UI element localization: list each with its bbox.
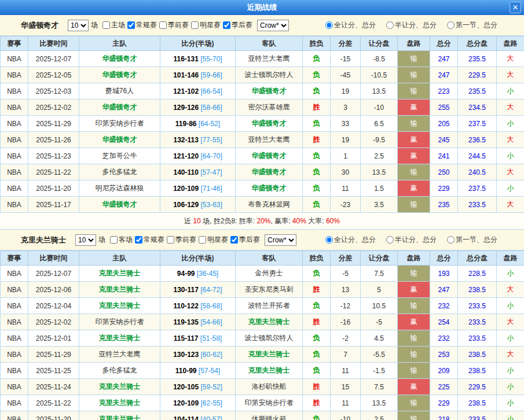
radio-input[interactable] (325, 236, 333, 244)
summary-segment: 场, 胜2负8: 胜率: (201, 217, 257, 225)
half-score: [64-70] (201, 152, 222, 160)
cell-score: 129-126 [58-66] (160, 100, 236, 116)
radio-input[interactable] (386, 21, 394, 29)
column-header: 让分盘 (361, 36, 398, 51)
radio-input[interactable] (386, 236, 394, 244)
checkbox-input[interactable] (191, 21, 199, 29)
column-header: 盘路 (497, 36, 524, 51)
cell-league: NBA (1, 148, 28, 164)
cell-point-diff: 30 (331, 164, 361, 180)
games-count-select[interactable]: 10 (75, 234, 96, 246)
cell-result: 负 (303, 411, 331, 420)
cell-score: 119-135 [54-66] (160, 314, 236, 330)
radio-input[interactable] (325, 21, 333, 29)
cell-league: NBA (1, 180, 28, 197)
stat-scope-radio-group: 全让分、总分半让分、总分第一节、总分 (325, 20, 500, 30)
stat-scope-radio[interactable]: 半让分、总分 (386, 20, 437, 30)
summary-segment: 60% (326, 217, 340, 225)
filter-checkbox[interactable]: 季前赛 (159, 20, 189, 30)
filter-checkbox[interactable]: 明星赛 (199, 235, 228, 245)
game-row: NBA2025-12-07华盛顿奇才116-131 [55-70]亚特兰大老鹰负… (1, 51, 524, 67)
cell-away-team: 华盛顿奇才 (236, 148, 303, 164)
cell-home-team: 克里夫兰骑士 (79, 282, 160, 298)
game-row: NBA2025-11-17华盛顿奇才106-129 [53-63]布鲁克林篮网负… (1, 197, 524, 213)
cell-league: NBA (1, 330, 28, 347)
cell-over-under: 大 (497, 51, 524, 67)
window-title: 近期战绩 (247, 2, 277, 13)
half-score: [60-62] (201, 351, 222, 359)
cell-over-under: 大 (497, 100, 524, 116)
cell-score: 119-86 [64-52] (160, 116, 236, 132)
filter-checkbox[interactable]: 季前赛 (167, 235, 196, 245)
cell-result: 负 (303, 51, 331, 67)
cell-date: 2025-11-24 (28, 379, 79, 395)
cell-total-line: 240.5 (458, 164, 497, 180)
filter-checkbox[interactable]: 常规赛 (127, 20, 157, 30)
cell-total-points: 232 (430, 330, 458, 347)
cell-point-diff: 19 (331, 132, 361, 148)
cell-date: 2025-11-29 (28, 347, 79, 363)
checkbox-input[interactable] (135, 236, 142, 244)
cell-result: 胜 (303, 282, 331, 298)
cell-score: 116-131 [55-70] (160, 51, 236, 67)
radio-input[interactable] (447, 21, 455, 29)
filter-checkbox[interactable]: 季后赛 (230, 235, 260, 245)
cell-handicap-result: 输 (398, 164, 430, 180)
cell-result: 负 (303, 266, 331, 282)
cell-away-team: 印第安纳步行者 (236, 395, 303, 411)
filter-checkbox[interactable]: 客场 (110, 235, 133, 245)
checkbox-input[interactable] (223, 21, 230, 29)
cell-total-line: 238.5 (458, 395, 497, 411)
cell-handicap-line: 7.5 (361, 379, 398, 395)
cell-result: 负 (303, 116, 331, 132)
checkbox-input[interactable] (110, 236, 118, 244)
close-icon[interactable]: ✕ (510, 2, 521, 13)
half-score: [54-66] (200, 318, 222, 326)
checkbox-input[interactable] (127, 21, 135, 29)
game-row: NBA2025-12-01克里夫兰骑士115-117 [51-58]波士顿凯尔特… (1, 330, 524, 347)
checkbox-input[interactable] (199, 236, 206, 244)
summary-segment: 40% (292, 217, 306, 225)
odds-type-select[interactable]: Crow* (265, 234, 296, 246)
column-header: 比分(半场) (160, 251, 236, 266)
cell-league: NBA (1, 314, 28, 330)
games-count-select[interactable]: 10 (68, 20, 89, 31)
half-score: [59-52] (201, 383, 222, 391)
cell-total-line: 235.5 (458, 83, 497, 100)
cell-date: 2025-11-23 (28, 148, 79, 164)
filter-checkbox[interactable]: 常规赛 (135, 235, 164, 245)
cell-league: NBA (1, 411, 28, 420)
games-table: 赛事比赛时间主队比分(半场)客队胜负分差让分盘盘路总分总分盘盘路 NBA2025… (0, 36, 524, 213)
stat-scope-radio[interactable]: 半让分、总分 (386, 235, 437, 245)
cell-handicap-line: 13.5 (361, 164, 398, 180)
radio-input[interactable] (447, 236, 455, 244)
cell-date: 2025-12-04 (28, 298, 79, 314)
half-score: [71-46] (201, 185, 222, 193)
cell-score: 115-117 [51-58] (160, 330, 236, 347)
stat-scope-radio[interactable]: 第一节、总分 (447, 20, 497, 30)
filter-checkbox[interactable]: 明星赛 (191, 20, 221, 30)
cell-away-team: 华盛顿奇才 (236, 180, 303, 197)
checkbox-input[interactable] (167, 236, 174, 244)
cell-league: NBA (1, 164, 28, 180)
team-name: 华盛顿奇才 (21, 20, 58, 31)
half-score: [66-54] (201, 87, 222, 95)
cell-league: NBA (1, 379, 28, 395)
cell-home-team: 克里夫兰骑士 (79, 298, 160, 314)
cell-away-team: 克里夫兰骑士 (236, 363, 303, 379)
filter-checkbox[interactable]: 季后赛 (223, 20, 252, 30)
cell-handicap-line: 5 (361, 282, 398, 298)
checkbox-input[interactable] (159, 21, 167, 29)
cell-handicap-line: 7.5 (361, 266, 398, 282)
filter-checkbox[interactable]: 主场 (102, 20, 125, 30)
stat-scope-radio[interactable]: 全让分、总分 (325, 20, 376, 30)
cell-away-team: 圣安东尼奥马刺 (236, 282, 303, 298)
cell-away-team: 波士顿凯尔特人 (236, 330, 303, 347)
stat-scope-radio[interactable]: 第一节、总分 (447, 235, 497, 245)
cell-over-under: 小 (497, 148, 524, 164)
checkbox-input[interactable] (102, 21, 110, 29)
stat-scope-radio[interactable]: 全让分、总分 (325, 235, 376, 245)
checkbox-input[interactable] (230, 236, 238, 244)
cell-away-team: 休斯顿火箭 (236, 411, 303, 420)
odds-type-select[interactable]: Crow* (257, 20, 289, 31)
